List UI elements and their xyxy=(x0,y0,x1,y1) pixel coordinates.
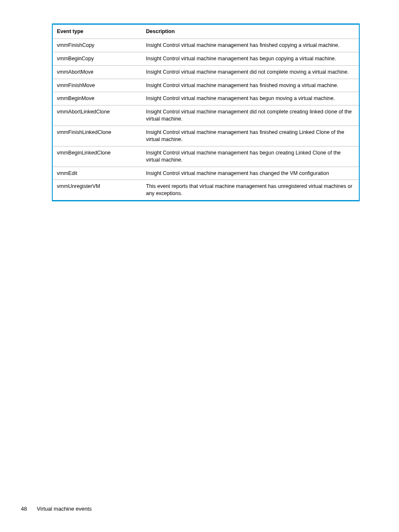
cell-description: Insight Control virtual machine manageme… xyxy=(142,52,359,65)
cell-event-type: vmmBeginCopy xyxy=(52,52,142,65)
header-event-type: Event type xyxy=(52,24,142,39)
header-description: Description xyxy=(142,24,359,39)
cell-description: This event reports that virtual machine … xyxy=(142,180,359,201)
cell-description: Insight Control virtual machine manageme… xyxy=(142,65,359,79)
cell-event-type: vmmFinishMove xyxy=(52,79,142,92)
page-content: Event type Description vmmFinishCopy Ins… xyxy=(0,0,399,201)
table-row: vmmBeginLinkedClone Insight Control virt… xyxy=(52,146,359,167)
table-row: vmmFinishCopy Insight Control virtual ma… xyxy=(52,39,359,52)
table-row: vmmAbortMove Insight Control virtual mac… xyxy=(52,65,359,79)
table-row: vmmUnregisterVM This event reports that … xyxy=(52,180,359,201)
table-row: vmmFinishMove Insight Control virtual ma… xyxy=(52,79,359,92)
cell-event-type: vmmAbortLinkedClone xyxy=(52,105,142,126)
table-header-row: Event type Description xyxy=(52,24,359,39)
cell-event-type: vmmFinishCopy xyxy=(52,39,142,52)
cell-event-type: vmmEdit xyxy=(52,167,142,180)
cell-description: Insight Control virtual machine manageme… xyxy=(142,126,359,146)
cell-description: Insight Control virtual machine manageme… xyxy=(142,79,359,92)
cell-description: Insight Control virtual machine manageme… xyxy=(142,39,359,52)
section-title: Virtual machine events xyxy=(37,506,92,512)
cell-event-type: vmmBeginMove xyxy=(52,92,142,105)
cell-event-type: vmmUnregisterVM xyxy=(52,180,142,201)
cell-event-type: vmmFinishLinkedClone xyxy=(52,126,142,146)
table-row: vmmAbortLinkedClone Insight Control virt… xyxy=(52,105,359,126)
cell-event-type: vmmAbortMove xyxy=(52,65,142,79)
cell-description: Insight Control virtual machine manageme… xyxy=(142,92,359,105)
cell-description: Insight Control virtual machine manageme… xyxy=(142,105,359,126)
table-row: vmmBeginCopy Insight Control virtual mac… xyxy=(52,52,359,65)
cell-description: Insight Control virtual machine manageme… xyxy=(142,167,359,180)
table-row: vmmEdit Insight Control virtual machine … xyxy=(52,167,359,180)
table-row: vmmFinishLinkedClone Insight Control vir… xyxy=(52,126,359,146)
cell-description: Insight Control virtual machine manageme… xyxy=(142,146,359,167)
cell-event-type: vmmBeginLinkedClone xyxy=(52,146,142,167)
page-footer: 48 Virtual machine events xyxy=(21,506,92,512)
page-number: 48 xyxy=(21,506,27,512)
table-row: vmmBeginMove Insight Control virtual mac… xyxy=(52,92,359,105)
event-table: Event type Description vmmFinishCopy Ins… xyxy=(52,23,360,201)
